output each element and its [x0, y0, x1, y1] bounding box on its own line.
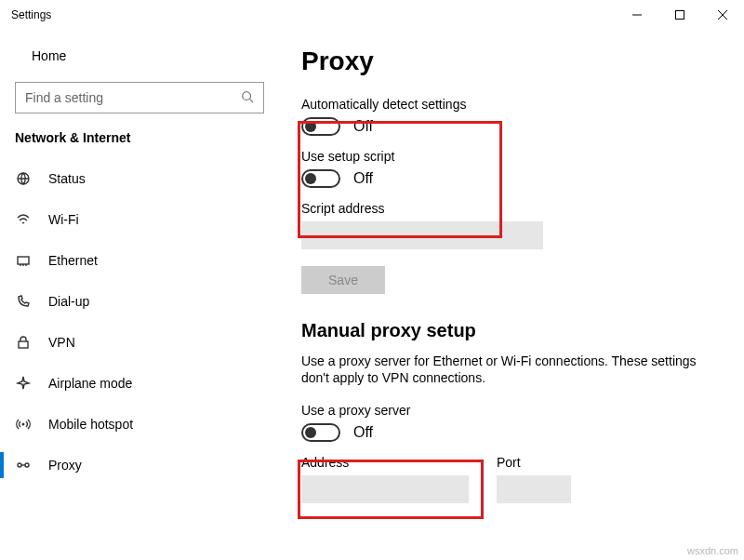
sidebar-item-label: Status [48, 171, 86, 186]
svg-point-9 [22, 423, 25, 426]
sidebar-item-ethernet[interactable]: Ethernet [0, 240, 279, 281]
sidebar-item-label: Ethernet [48, 253, 98, 268]
svg-rect-1 [676, 11, 684, 20]
port-input[interactable] [497, 475, 571, 503]
setup-script-label: Use setup script [301, 149, 718, 164]
sidebar: Home Find a setting Network & Internet S… [0, 30, 279, 560]
sidebar-item-label: Dial-up [48, 294, 89, 309]
sidebar-item-label: VPN [48, 335, 75, 350]
sidebar-item-label: Wi-Fi [48, 212, 79, 227]
sidebar-item-airplane[interactable]: Airplane mode [0, 363, 279, 404]
svg-rect-8 [19, 341, 28, 348]
setup-script-state: Off [353, 170, 373, 187]
manual-setup-hint: Use a proxy server for Ethernet or Wi-Fi… [301, 353, 711, 386]
script-address-input[interactable] [301, 221, 543, 249]
search-icon [241, 90, 254, 106]
save-button[interactable]: Save [301, 266, 385, 294]
hotspot-icon [15, 417, 32, 432]
port-label: Port [497, 455, 571, 470]
section-title: Network & Internet [0, 125, 279, 158]
script-address-label: Script address [301, 201, 718, 216]
setup-script-toggle[interactable] [301, 169, 340, 188]
use-proxy-toggle[interactable] [301, 423, 340, 442]
titlebar: Settings [0, 0, 744, 30]
svg-line-5 [250, 99, 254, 102]
sidebar-item-proxy[interactable]: Proxy [0, 445, 279, 486]
search-input[interactable]: Find a setting [15, 82, 264, 113]
sidebar-item-label: Mobile hotspot [48, 417, 133, 432]
sidebar-item-hotspot[interactable]: Mobile hotspot [0, 404, 279, 445]
ethernet-icon [15, 253, 32, 268]
svg-point-10 [18, 463, 21, 467]
window-title: Settings [11, 8, 51, 21]
manual-setup-title: Manual proxy setup [301, 320, 718, 341]
airplane-icon [15, 376, 32, 391]
page-title: Proxy [301, 47, 718, 76]
home-label: Home [32, 48, 66, 63]
home-link[interactable]: Home [0, 37, 279, 74]
address-input[interactable] [301, 475, 469, 503]
proxy-icon [15, 458, 32, 473]
minimize-button[interactable] [616, 0, 658, 30]
auto-detect-label: Automatically detect settings [301, 97, 718, 112]
svg-point-4 [243, 91, 251, 100]
sidebar-item-status[interactable]: Status [0, 158, 279, 199]
globe-icon [15, 171, 32, 186]
maximize-button[interactable] [658, 0, 701, 30]
address-label: Address [301, 455, 469, 470]
watermark: wsxdn.com [687, 545, 738, 556]
wifi-icon [15, 212, 32, 227]
search-placeholder: Find a setting [25, 90, 241, 105]
sidebar-item-label: Proxy [48, 458, 82, 473]
sidebar-item-label: Airplane mode [48, 376, 132, 391]
svg-point-11 [25, 463, 29, 467]
sidebar-item-vpn[interactable]: VPN [0, 322, 279, 363]
use-proxy-label: Use a proxy server [301, 403, 718, 418]
phone-icon [15, 294, 32, 309]
vpn-icon [15, 335, 32, 350]
auto-detect-state: Off [353, 118, 373, 135]
sidebar-item-wifi[interactable]: Wi-Fi [0, 199, 279, 240]
svg-rect-7 [18, 257, 29, 264]
close-button[interactable] [701, 0, 744, 30]
main-content: Proxy Automatically detect settings Off … [279, 30, 744, 560]
sidebar-item-dialup[interactable]: Dial-up [0, 281, 279, 322]
auto-detect-toggle[interactable] [301, 117, 340, 136]
use-proxy-state: Off [353, 424, 373, 441]
